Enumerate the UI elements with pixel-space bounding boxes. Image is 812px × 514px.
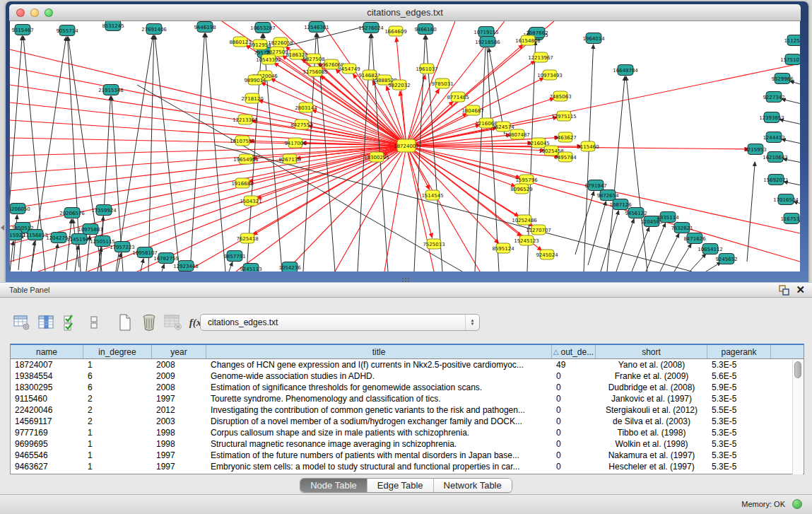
graph-node-teal[interactable]: 17016504 <box>773 194 799 205</box>
table-settings-icon[interactable] <box>11 313 33 332</box>
graph-edge[interactable] <box>116 35 153 271</box>
graph-node-teal[interactable]: 6791947 <box>584 180 606 191</box>
graph-node-teal[interactable]: 25206050 <box>10 204 30 214</box>
graph-edge[interactable] <box>264 34 282 271</box>
graph-node-yellow[interactable]: 7525013 <box>423 239 445 249</box>
graph-node-yellow[interactable]: 9245024 <box>536 250 558 259</box>
graph-edge[interactable] <box>475 38 486 271</box>
graph-edge[interactable] <box>782 99 800 106</box>
cell-in_degree[interactable]: 1 <box>83 462 152 472</box>
graph-edge[interactable] <box>155 35 180 271</box>
delete-table-icon[interactable] <box>163 313 184 332</box>
cell-year[interactable]: 1997 <box>152 450 206 460</box>
cell-short[interactable]: Jankovic et al. (1997) <box>596 394 707 404</box>
cell-pagerank[interactable]: 5.3E-5 <box>707 360 771 370</box>
graph-node-teal[interactable]: 9446198 <box>194 22 216 33</box>
graph-node-teal[interactable]: 21915346 <box>98 85 124 95</box>
cell-year[interactable]: 2008 <box>152 382 206 392</box>
graph-edge[interactable] <box>206 33 225 271</box>
graph-node-yellow[interactable]: 9115460 <box>577 141 599 151</box>
graph-node-teal[interactable]: 2935114 <box>657 212 679 223</box>
graph-edge[interactable] <box>10 241 13 271</box>
column-header-in_degree[interactable]: in_degree <box>83 345 152 358</box>
graph-edge[interactable] <box>690 254 706 271</box>
collapse-west-panel-icon[interactable] <box>1 225 4 230</box>
table-row[interactable]: 1456911722003Disruption of a novel membe… <box>11 416 804 427</box>
graph-edge[interactable] <box>406 146 520 178</box>
table-row[interactable]: 1938455462009Genome-wide association stu… <box>11 370 804 382</box>
cell-name[interactable]: 18724007 <box>11 360 83 370</box>
cell-out_de[interactable]: 0 <box>552 428 596 438</box>
graph-edge[interactable] <box>406 64 800 146</box>
table-row[interactable]: 1830029562008Estimation of significance … <box>11 382 804 393</box>
cell-pagerank[interactable]: 5.5E-5 <box>707 405 771 415</box>
graph-edge[interactable] <box>257 146 406 199</box>
network-view[interactable]: 9315467905571485312452769140694461981065… <box>10 21 800 271</box>
graph-node-teal[interactable]: 9055714 <box>56 25 78 36</box>
cell-year[interactable]: 2012 <box>152 405 206 415</box>
graph-edge[interactable] <box>10 85 406 146</box>
graph-node-yellow[interactable]: 16107554 <box>230 136 255 146</box>
graph-node-yellow[interactable]: 8771485 <box>447 92 469 102</box>
cell-out_de[interactable]: 0 <box>552 462 596 472</box>
graph-node-yellow[interactable]: 18724007 <box>394 139 419 152</box>
graph-edge[interactable] <box>10 146 406 244</box>
graph-node-teal[interactable]: 9456122 <box>625 208 647 218</box>
cell-pagerank[interactable]: 5.3E-5 <box>707 450 771 460</box>
cell-title[interactable]: Structural magnetic resonance image aver… <box>206 439 552 449</box>
cell-short[interactable]: Nakamura et al. (1997) <box>596 450 707 460</box>
cell-name[interactable]: 14569117 <box>11 416 83 426</box>
row-height-icon[interactable] <box>83 313 105 332</box>
cell-in_degree[interactable]: 2 <box>83 405 152 415</box>
cell-pagerank[interactable]: 5.3E-5 <box>707 428 771 438</box>
graph-node-teal[interactable]: 9245652 <box>715 254 737 264</box>
cell-in_degree[interactable]: 6 <box>83 382 152 392</box>
cell-short[interactable]: Dudbridge et al. (2008) <box>596 382 707 392</box>
graph-node-yellow[interactable]: 7485063 <box>549 91 571 101</box>
cell-in_degree[interactable]: 2 <box>83 416 152 426</box>
new-document-icon[interactable] <box>114 313 136 332</box>
graph-node-teal[interactable]: 9466160 <box>414 24 436 35</box>
cell-out_de[interactable]: 0 <box>552 450 596 460</box>
cell-in_degree[interactable]: 2 <box>83 394 152 404</box>
cell-title[interactable]: Corpus callosum shape and size in male p… <box>206 428 552 438</box>
graph-node-teal[interactable]: 8531245 <box>102 21 124 31</box>
cell-title[interactable]: Tourette syndrome. Phenomenology and cla… <box>206 394 552 404</box>
table-row[interactable]: 946362711997Embryonic stem cells: a mode… <box>11 461 804 472</box>
graph-edge[interactable] <box>10 146 406 262</box>
close-panel-icon[interactable]: ✕ <box>796 284 805 296</box>
cell-out_de[interactable]: 0 <box>552 382 596 392</box>
table-panel-header[interactable]: Table Panel ✕ <box>0 282 812 298</box>
cell-title[interactable]: Changes of HCN gene expression and I(f) … <box>206 360 552 370</box>
table-row[interactable]: 2242004622012Investigating the contribut… <box>11 404 804 416</box>
column-header-name[interactable]: name <box>11 345 83 358</box>
graph-node-teal[interactable]: 9857791 <box>223 251 245 262</box>
cell-pagerank[interactable]: 5.3E-5 <box>707 394 771 404</box>
cell-short[interactable]: Hescheler et al. (1997) <box>596 462 707 472</box>
graph-node-yellow[interactable]: 9463627 <box>554 132 576 142</box>
graph-node-teal[interactable]: 15692071 <box>763 175 789 185</box>
graph-node-teal[interactable]: 1167534 <box>780 214 800 224</box>
cell-year[interactable]: 2008 <box>152 360 206 370</box>
graph-node-teal[interactable]: 9245113 <box>240 264 261 272</box>
graph-edge[interactable] <box>790 81 800 88</box>
graph-edge[interactable] <box>747 162 755 262</box>
graph-node-yellow[interactable]: 8595124 <box>492 243 514 253</box>
cell-short[interactable]: Wolkin et al. (1998) <box>596 439 707 449</box>
scrollbar-thumb[interactable] <box>794 361 801 378</box>
graph-edge[interactable] <box>190 33 204 271</box>
graph-node-teal[interactable]: 1087126 <box>609 199 632 210</box>
cell-in_degree[interactable]: 1 <box>83 439 152 449</box>
cell-year[interactable]: 1997 <box>152 462 206 472</box>
column-header-out_de[interactable]: △out_de... <box>552 345 596 358</box>
graph-node-yellow[interactable]: 1664609 <box>384 26 406 36</box>
graph-edge[interactable] <box>148 35 154 271</box>
cell-name[interactable]: 9699695 <box>11 439 83 449</box>
graph-edge[interactable] <box>117 253 121 271</box>
graph-edge[interactable] <box>162 264 164 271</box>
graph-node-yellow[interactable]: 8427552 <box>290 119 312 129</box>
graph-node-yellow[interactable]: 1514545 <box>421 190 443 200</box>
graph-edge[interactable] <box>616 219 634 271</box>
graph-node-teal[interactable]: 16210643 <box>763 152 788 163</box>
graph-node-teal[interactable]: 7632621 <box>671 223 693 233</box>
